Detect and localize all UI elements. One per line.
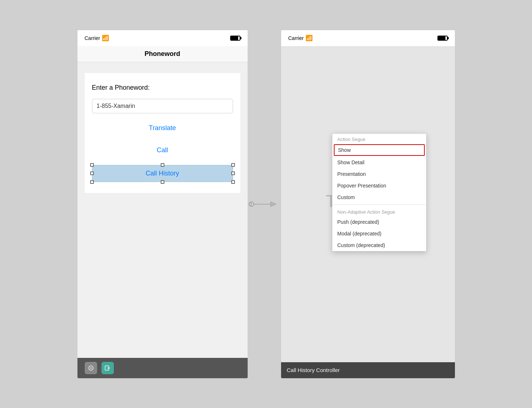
- icon-green-exit: [101, 362, 114, 374]
- call-history-btn-container: Call History: [92, 165, 233, 182]
- svg-marker-7: [271, 202, 276, 206]
- handle-br: [231, 180, 235, 184]
- handle-ml: [90, 171, 94, 175]
- handle-mr: [231, 171, 235, 175]
- action-segue-dropdown: Action Segue Show Show Detail Presentati…: [332, 133, 427, 251]
- segue-arrow-svg: [248, 195, 277, 213]
- right-wifi-icon: 📶: [305, 35, 313, 41]
- dropdown-divider: [332, 205, 426, 205]
- action-segue-header: Action Segue: [332, 134, 426, 144]
- handle-bl: [90, 180, 94, 184]
- icon-gray-1: [85, 362, 97, 374]
- right-status-bar: Carrier 📶: [281, 30, 455, 46]
- white-card: Enter a Phoneword: Translate Call Call H…: [85, 73, 240, 193]
- handle-tm: [161, 163, 164, 167]
- exit-icon: [104, 364, 111, 372]
- translate-button[interactable]: Translate: [92, 121, 233, 136]
- handle-tr: [231, 163, 235, 167]
- workspace: Carrier 📶 Phoneword Enter a Phoneword: T…: [77, 30, 455, 379]
- right-carrier: Carrier 📶: [288, 35, 313, 41]
- svg-point-1: [90, 367, 92, 369]
- dropdown-item-modal[interactable]: Modal (deprecated): [332, 228, 426, 239]
- non-adaptive-header: Non-Adaptive Action Segue: [332, 206, 426, 216]
- handle-tl: [90, 163, 94, 167]
- iphone-content-area: Enter a Phoneword: Translate Call Call H…: [77, 62, 248, 358]
- nav-title-bar: Phoneword: [77, 46, 248, 62]
- right-iphone-frame: Carrier 📶 Table View Prototype Action Se…: [281, 30, 455, 379]
- left-iphone-frame: Carrier 📶 Phoneword Enter a Phoneword: T…: [77, 30, 248, 379]
- dropdown-item-show-detail[interactable]: Show Detail: [332, 157, 426, 168]
- right-carrier-text: Carrier: [288, 35, 304, 41]
- left-carrier: Carrier 📶: [85, 35, 109, 41]
- dropdown-item-presentation[interactable]: Presentation: [332, 168, 426, 180]
- bottom-toolbar: [77, 358, 248, 378]
- call-button[interactable]: Call: [92, 143, 233, 158]
- enter-phoneword-label: Enter a Phoneword:: [92, 84, 150, 92]
- battery-icon: [230, 36, 240, 41]
- dropdown-item-push[interactable]: Push (deprecated): [332, 216, 426, 228]
- gear-icon: [87, 364, 95, 372]
- dropdown-item-show[interactable]: Show: [334, 144, 425, 156]
- handle-bm: [161, 180, 164, 184]
- right-battery-icon: [437, 36, 448, 41]
- dropdown-item-custom[interactable]: Custom: [332, 191, 426, 203]
- right-bottom-bar: Call History Controller: [281, 362, 455, 378]
- carrier-text: Carrier: [85, 35, 100, 41]
- call-history-button[interactable]: Call History: [92, 165, 233, 182]
- wifi-icon: 📶: [102, 35, 109, 41]
- segue-arrow-connector: [248, 195, 277, 213]
- dropdown-item-popover[interactable]: Popover Presentation: [332, 180, 426, 191]
- left-status-bar: Carrier 📶: [77, 30, 248, 46]
- right-content-area: Table View Prototype Action Segue Show S…: [281, 46, 455, 362]
- phoneword-input[interactable]: [92, 99, 233, 113]
- controller-label: Call History Controller: [287, 367, 340, 373]
- nav-title: Phoneword: [145, 50, 180, 58]
- dropdown-item-custom-deprecated[interactable]: Custom (deprecated): [332, 239, 426, 251]
